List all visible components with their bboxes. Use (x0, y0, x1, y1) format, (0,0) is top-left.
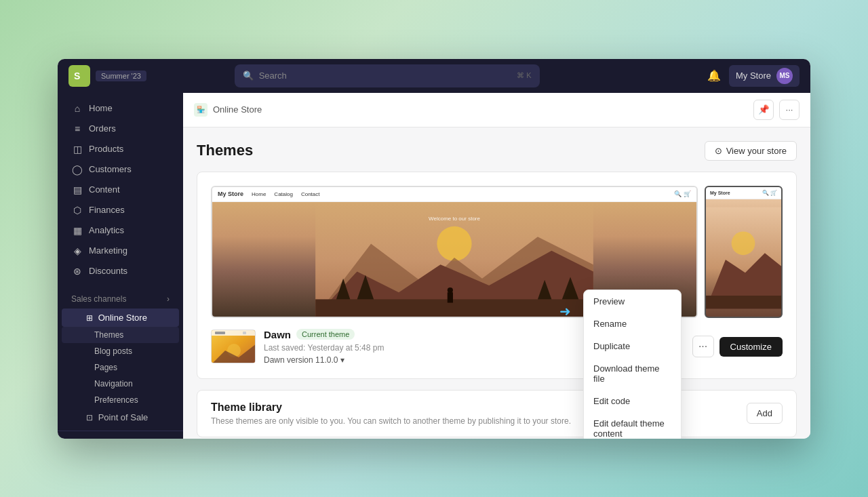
rename-label: Rename (593, 319, 627, 329)
sidebar-item-analytics[interactable]: ▦ Analytics (62, 220, 179, 241)
customize-button[interactable]: Customize (719, 337, 783, 357)
pin-icon: 📌 (758, 104, 770, 115)
library-title: Theme library (211, 401, 571, 414)
dropdown-item-download[interactable]: Download theme file (584, 357, 681, 390)
pos-icon: ⊡ (86, 413, 93, 422)
edit-code-label: Edit code (593, 396, 630, 406)
sidebar-item-finances[interactable]: ⬡ Finances (62, 200, 179, 220)
dropdown-item-preview[interactable]: Preview (584, 290, 681, 313)
sidebar-item-finances-label: Finances (89, 205, 125, 215)
svg-rect-10 (448, 292, 453, 302)
sidebar-item-marketing[interactable]: ◈ Marketing (62, 241, 179, 261)
theme-more-button[interactable]: ··· (692, 336, 714, 357)
pin-button[interactable]: 📌 (753, 100, 774, 120)
theme-previews: My Store Home Catalog Contact 🔍 🛒 Welcom… (211, 186, 783, 318)
svg-point-2 (437, 226, 471, 260)
sidebar-sub-blog-posts[interactable]: Blog posts (62, 343, 179, 359)
view-store-button[interactable]: ⊙ View your store (705, 141, 797, 161)
dropdown-item-duplicate[interactable]: Duplicate (584, 335, 681, 357)
sidebar-item-customers-label: Customers (89, 164, 132, 174)
theme-card: My Store Home Catalog Contact 🔍 🛒 Welcom… (197, 172, 797, 379)
sidebar-sub-themes[interactable]: Themes (62, 327, 179, 343)
sales-channels-header[interactable]: Sales channels › (62, 290, 179, 309)
bell-icon[interactable]: 🔔 (707, 69, 721, 82)
sidebar-item-customers[interactable]: ◯ Customers (62, 159, 179, 180)
preview-label: Preview (593, 296, 625, 306)
library-description: These themes are only visible to you. Yo… (211, 416, 571, 426)
preview-nav-home: Home (252, 191, 266, 197)
themes-label: Themes (94, 330, 123, 340)
store-button[interactable]: My Store MS (729, 65, 800, 87)
sidebar-item-discounts-label: Discounts (89, 266, 127, 276)
sidebar-item-online-store[interactable]: ⊞ Online Store (62, 309, 179, 327)
preview-nav-contact: Contact (301, 191, 320, 197)
sidebar-item-home[interactable]: ⌂ Home (62, 98, 179, 119)
dropdown-item-rename[interactable]: Rename (584, 313, 681, 335)
current-theme-badge: Current theme (296, 329, 355, 340)
online-store-breadcrumb-icon: 🏪 (194, 103, 208, 117)
sidebar-item-home-label: Home (89, 103, 113, 113)
dropdown-item-edit-code[interactable]: Edit code (584, 390, 681, 412)
mobile-preview: My Store 🔍 🛒 (705, 186, 783, 318)
mobile-store-name: My Store (710, 191, 730, 195)
search-input[interactable] (259, 71, 512, 81)
sidebar-item-orders[interactable]: ≡ Orders (62, 119, 179, 139)
search-shortcut: ⌘ K (517, 71, 531, 80)
page-title: Themes (197, 142, 253, 159)
sidebar-sub-navigation[interactable]: Navigation (62, 376, 179, 392)
topbar: S Summer '23 🔍 ⌘ K 🔔 My Store MS (58, 59, 810, 93)
sales-channels-label: Sales channels (71, 294, 126, 304)
sidebar: ⌂ Home ≡ Orders ◫ Products ◯ Customers ▤… (58, 93, 183, 439)
mobile-preview-image (706, 199, 781, 317)
version-text: Dawn version 11.0.0 (264, 355, 338, 365)
content-area: 🏪 Online Store 📌 ··· Themes (183, 93, 810, 439)
search-icon: 🔍 (243, 71, 254, 81)
library-info: Theme library These themes are only visi… (211, 401, 571, 426)
view-store-label: View your store (726, 146, 787, 156)
search-bar[interactable]: 🔍 ⌘ K (235, 64, 540, 87)
breadcrumb: 🏪 Online Store (194, 103, 262, 117)
preview-store-name: My Store (218, 191, 243, 197)
sidebar-item-products-label: Products (89, 144, 123, 154)
sidebar-item-discounts[interactable]: ⊛ Discounts (62, 261, 179, 281)
page-content: Themes ⊙ View your store My Store Home (183, 127, 810, 439)
more-icon: ··· (785, 104, 793, 115)
breadcrumb-text: Online Store (213, 104, 262, 115)
sidebar-item-analytics-label: Analytics (89, 225, 124, 235)
edit-default-label: Edit default theme content (593, 418, 665, 439)
finances-icon: ⬡ (71, 205, 83, 216)
svg-rect-21 (243, 332, 246, 334)
sidebar-divider-2 (58, 431, 183, 431)
theme-library-card: Theme library These themes are only visi… (197, 390, 797, 437)
external-link-icon: ⊙ (715, 146, 722, 156)
logo-area: S Summer '23 (68, 65, 146, 87)
add-theme-button[interactable]: Add (747, 403, 783, 424)
sidebar-item-point-of-sale[interactable]: ⊡ Point of Sale (62, 408, 179, 426)
sidebar-item-content[interactable]: ▤ Content (62, 180, 179, 200)
marketing-icon: ◈ (71, 245, 83, 256)
store-name-label: My Store (736, 71, 771, 81)
content-header: 🏪 Online Store 📌 ··· (183, 93, 810, 127)
thumbnail-svg (212, 330, 256, 363)
preview-nav-catalog: Catalog (274, 191, 293, 197)
more-options-button[interactable]: ··· (779, 100, 800, 120)
content-icon: ▤ (71, 184, 83, 195)
sidebar-item-orders-label: Orders (89, 123, 116, 134)
dropdown-item-edit-default[interactable]: Edit default theme content (584, 412, 681, 439)
main-area: ⌂ Home ≡ Orders ◫ Products ◯ Customers ▤… (58, 93, 810, 439)
orders-icon: ≡ (71, 123, 83, 134)
products-icon: ◫ (71, 144, 83, 155)
theme-info-row: Dawn Current theme Last saved: Yesterday… (211, 329, 783, 365)
avatar: MS (776, 68, 793, 84)
sidebar-item-content-label: Content (89, 184, 120, 195)
home-icon: ⌂ (71, 103, 83, 114)
online-store-label: Online Store (98, 313, 147, 323)
sidebar-sub-pages[interactable]: Pages (62, 359, 179, 376)
sidebar-sub-preferences[interactable]: Preferences (62, 392, 179, 408)
sidebar-item-products[interactable]: ◫ Products (62, 139, 179, 159)
apps-label: Apps (58, 435, 183, 439)
theme-thumbnail (211, 330, 256, 363)
svg-rect-20 (215, 332, 225, 334)
expand-icon: › (167, 294, 170, 304)
svg-text:S: S (74, 71, 80, 81)
